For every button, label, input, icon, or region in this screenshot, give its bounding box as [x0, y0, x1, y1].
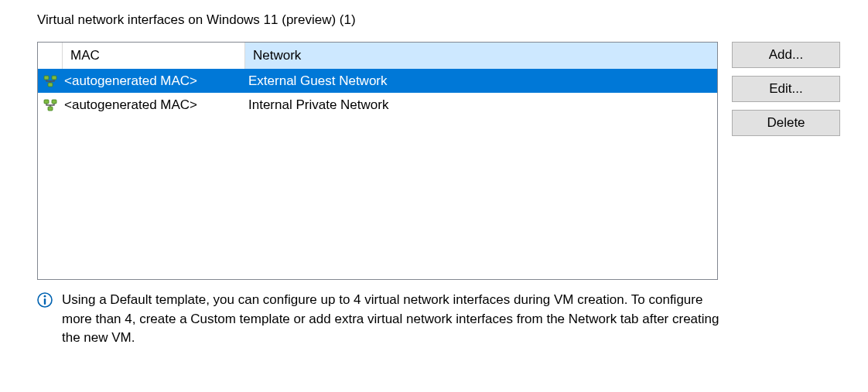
info-text: Using a Default template, you can config… — [62, 291, 733, 348]
svg-rect-2 — [48, 83, 53, 87]
svg-rect-4 — [52, 100, 56, 104]
nic-table[interactable]: MAC Network <autogenerated MAC>External … — [37, 42, 718, 280]
col-network[interactable]: Network — [245, 43, 717, 69]
edit-button[interactable]: Edit... — [732, 76, 840, 102]
col-mac[interactable]: MAC — [63, 43, 245, 69]
svg-rect-3 — [44, 100, 49, 104]
section-title: Virtual network interfaces on Windows 11… — [37, 12, 842, 28]
cell-mac: <autogenerated MAC> — [63, 73, 245, 89]
table-row[interactable]: <autogenerated MAC>External Guest Networ… — [38, 69, 717, 93]
nic-icon — [38, 73, 63, 89]
button-column: Add... Edit... Delete — [732, 42, 840, 136]
nic-icon — [38, 97, 63, 113]
svg-rect-5 — [48, 107, 53, 111]
delete-button[interactable]: Delete — [732, 110, 840, 136]
cell-mac: <autogenerated MAC> — [63, 97, 245, 113]
svg-rect-1 — [52, 76, 56, 80]
svg-point-7 — [44, 295, 46, 298]
info-note: Using a Default template, you can config… — [37, 291, 733, 348]
cell-network: Internal Private Network — [245, 97, 717, 113]
svg-rect-8 — [44, 298, 46, 305]
info-icon — [37, 292, 53, 308]
add-button[interactable]: Add... — [732, 42, 840, 68]
svg-rect-0 — [44, 76, 49, 80]
table-header: MAC Network — [38, 43, 717, 69]
cell-network: External Guest Network — [245, 73, 717, 89]
col-icon[interactable] — [38, 43, 63, 69]
table-row[interactable]: <autogenerated MAC>Internal Private Netw… — [38, 93, 717, 117]
